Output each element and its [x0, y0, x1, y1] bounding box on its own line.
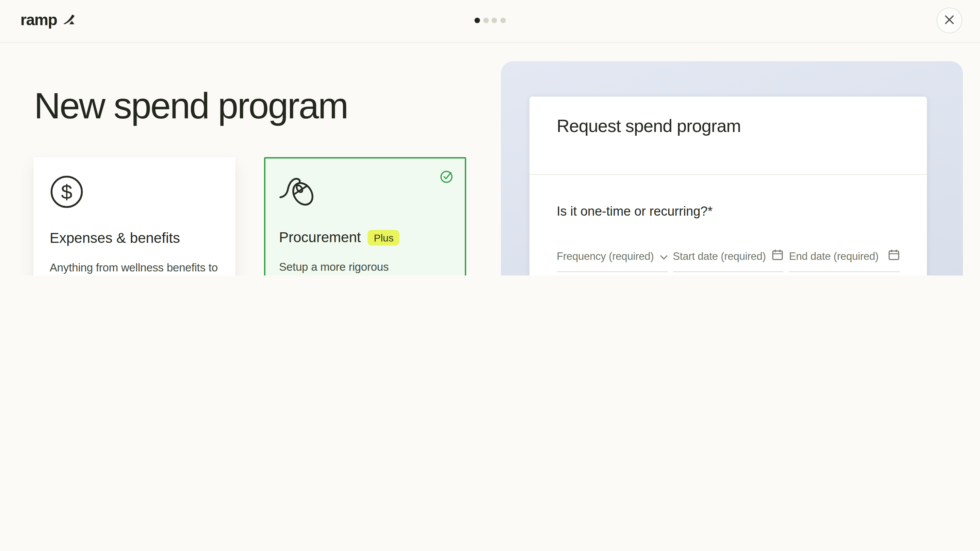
plus-badge: Plus — [368, 230, 399, 245]
card-procurement[interactable]: Procurement Plus Setup a more rigorous p… — [264, 157, 466, 275]
page-title: New spend program — [34, 84, 348, 127]
step-pagination — [475, 18, 506, 23]
end-date-field[interactable]: End date (required) — [789, 241, 900, 272]
step-dot — [492, 18, 497, 23]
dollar-circle-icon: $ — [50, 175, 219, 208]
frequency-select[interactable]: Frequency (required) — [557, 241, 667, 272]
step-dot — [500, 18, 506, 23]
program-type-cards: $ Expenses & benefits Anything from well… — [33, 157, 466, 275]
card-description: Setup a more rigorous procurement proces… — [279, 258, 451, 275]
preview-panel: Request spend program Is it one-time or … — [501, 61, 963, 275]
calendar-icon — [772, 249, 784, 263]
form-title: Request spend program — [557, 116, 741, 137]
card-title: Procurement — [279, 229, 361, 246]
ramp-swoosh-icon — [62, 12, 76, 28]
ramp-wordmark: ramp — [21, 11, 57, 29]
chevron-down-icon — [660, 250, 667, 262]
check-circle-icon — [440, 169, 454, 186]
close-button[interactable] — [937, 8, 962, 33]
form-title-divider — [530, 174, 927, 175]
top-bar: ramp — [0, 0, 980, 43]
new-spend-program-page: ramp New spend program — [0, 0, 980, 275]
request-form-sheet: Request spend program Is it one-time or … — [530, 97, 927, 275]
step-dot — [483, 18, 488, 23]
card-title: Expenses & benefits — [50, 230, 180, 246]
card-description: Anything from wellness benefits to compa… — [50, 259, 219, 275]
calendar-icon — [888, 249, 900, 263]
recurrence-heading: Is it one-time or recurring?* — [557, 204, 713, 219]
recurrence-fields-row: Frequency (required) Start date (require… — [557, 241, 900, 272]
computer-mouse-icon — [279, 174, 451, 207]
frequency-select-label: Frequency (required) — [557, 250, 656, 262]
end-date-label: End date (required) — [789, 250, 885, 262]
ramp-logo: ramp — [21, 11, 76, 29]
start-date-label: Start date (required) — [673, 250, 768, 262]
close-icon — [944, 14, 955, 27]
start-date-field[interactable]: Start date (required) — [673, 241, 783, 272]
card-expenses-benefits[interactable]: $ Expenses & benefits Anything from well… — [33, 157, 235, 275]
step-dot-active — [475, 18, 480, 23]
svg-text:$: $ — [61, 181, 72, 203]
